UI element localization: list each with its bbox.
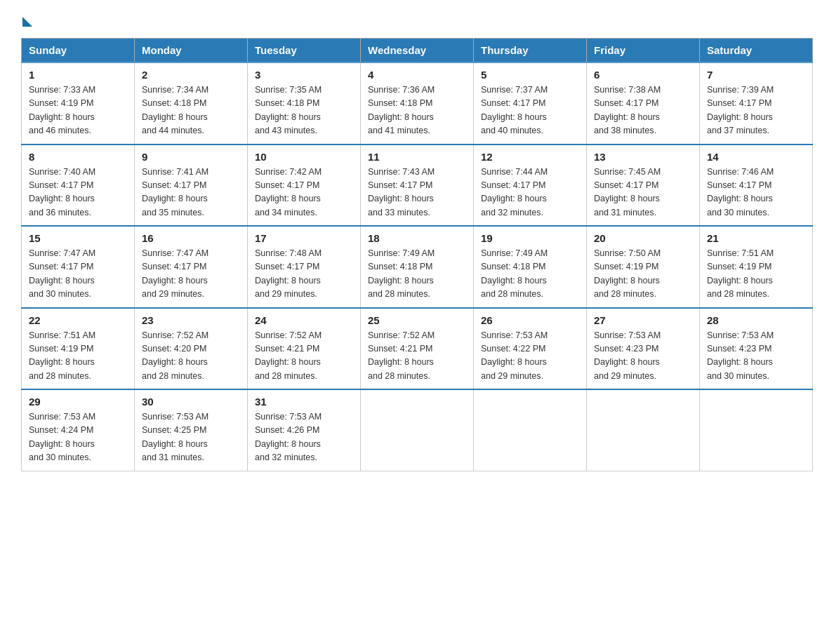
day-info: Sunrise: 7:45 AMSunset: 4:17 PMDaylight:…: [594, 166, 692, 220]
day-info: Sunrise: 7:53 AMSunset: 4:23 PMDaylight:…: [594, 329, 692, 384]
day-number: 11: [368, 151, 466, 163]
day-number: 26: [481, 314, 579, 326]
calendar-cell: 30Sunrise: 7:53 AMSunset: 4:25 PMDayligh…: [135, 389, 248, 471]
calendar-cell: 12Sunrise: 7:44 AMSunset: 4:17 PMDayligh…: [474, 145, 587, 227]
day-info: Sunrise: 7:33 AMSunset: 4:19 PMDaylight:…: [29, 83, 127, 138]
day-info: Sunrise: 7:37 AMSunset: 4:17 PMDaylight:…: [481, 83, 579, 138]
day-info: Sunrise: 7:47 AMSunset: 4:17 PMDaylight:…: [142, 247, 240, 302]
calendar-cell: 31Sunrise: 7:53 AMSunset: 4:26 PMDayligh…: [248, 389, 361, 471]
day-number: 15: [29, 232, 127, 244]
calendar-cell: 9Sunrise: 7:41 AMSunset: 4:17 PMDaylight…: [135, 145, 248, 227]
calendar-cell: [587, 389, 700, 471]
calendar-header-saturday: Saturday: [700, 39, 813, 63]
calendar-cell: 27Sunrise: 7:53 AMSunset: 4:23 PMDayligh…: [587, 308, 700, 390]
calendar-cell: 23Sunrise: 7:52 AMSunset: 4:20 PMDayligh…: [135, 308, 248, 390]
calendar-cell: 28Sunrise: 7:53 AMSunset: 4:23 PMDayligh…: [700, 308, 813, 390]
calendar-week-row: 8Sunrise: 7:40 AMSunset: 4:17 PMDaylight…: [22, 145, 813, 227]
day-number: 4: [368, 69, 466, 81]
calendar-cell: 26Sunrise: 7:53 AMSunset: 4:22 PMDayligh…: [474, 308, 587, 390]
calendar-cell: 24Sunrise: 7:52 AMSunset: 4:21 PMDayligh…: [248, 308, 361, 390]
logo-arrow-icon: [22, 17, 32, 27]
calendar-header-sunday: Sunday: [22, 39, 135, 63]
calendar-cell: 5Sunrise: 7:37 AMSunset: 4:17 PMDaylight…: [474, 62, 587, 145]
day-number: 1: [29, 69, 127, 81]
day-number: 8: [29, 151, 127, 163]
day-number: 29: [29, 396, 127, 408]
day-info: Sunrise: 7:36 AMSunset: 4:18 PMDaylight:…: [368, 83, 466, 138]
day-number: 5: [481, 69, 579, 81]
day-info: Sunrise: 7:53 AMSunset: 4:23 PMDaylight:…: [707, 329, 805, 384]
calendar-cell: 3Sunrise: 7:35 AMSunset: 4:18 PMDaylight…: [248, 62, 361, 145]
day-number: 25: [368, 314, 466, 326]
day-number: 18: [368, 232, 466, 244]
calendar-cell: 13Sunrise: 7:45 AMSunset: 4:17 PMDayligh…: [587, 145, 700, 227]
day-number: 12: [481, 151, 579, 163]
calendar-table: SundayMondayTuesdayWednesdayThursdayFrid…: [21, 38, 813, 471]
day-info: Sunrise: 7:34 AMSunset: 4:18 PMDaylight:…: [142, 83, 240, 138]
day-info: Sunrise: 7:47 AMSunset: 4:17 PMDaylight:…: [29, 247, 127, 302]
calendar-cell: 6Sunrise: 7:38 AMSunset: 4:17 PMDaylight…: [587, 62, 700, 145]
day-info: Sunrise: 7:53 AMSunset: 4:26 PMDaylight:…: [255, 410, 353, 465]
calendar-cell: [474, 389, 587, 471]
day-info: Sunrise: 7:48 AMSunset: 4:17 PMDaylight:…: [255, 247, 353, 302]
calendar-cell: 2Sunrise: 7:34 AMSunset: 4:18 PMDaylight…: [135, 62, 248, 145]
day-number: 2: [142, 69, 240, 81]
calendar-cell: 25Sunrise: 7:52 AMSunset: 4:21 PMDayligh…: [361, 308, 474, 390]
day-info: Sunrise: 7:40 AMSunset: 4:17 PMDaylight:…: [29, 166, 127, 220]
calendar-week-row: 22Sunrise: 7:51 AMSunset: 4:19 PMDayligh…: [22, 308, 813, 390]
calendar-cell: [700, 389, 813, 471]
day-info: Sunrise: 7:35 AMSunset: 4:18 PMDaylight:…: [255, 83, 353, 138]
day-info: Sunrise: 7:51 AMSunset: 4:19 PMDaylight:…: [707, 247, 805, 302]
day-info: Sunrise: 7:53 AMSunset: 4:25 PMDaylight:…: [142, 410, 240, 465]
day-info: Sunrise: 7:39 AMSunset: 4:17 PMDaylight:…: [707, 83, 805, 138]
day-number: 27: [594, 314, 692, 326]
calendar-week-row: 1Sunrise: 7:33 AMSunset: 4:19 PMDaylight…: [22, 62, 813, 145]
calendar-cell: 10Sunrise: 7:42 AMSunset: 4:17 PMDayligh…: [248, 145, 361, 227]
calendar-week-row: 29Sunrise: 7:53 AMSunset: 4:24 PMDayligh…: [22, 389, 813, 471]
day-number: 14: [707, 151, 805, 163]
day-number: 24: [255, 314, 353, 326]
day-info: Sunrise: 7:53 AMSunset: 4:24 PMDaylight:…: [29, 410, 127, 465]
day-number: 17: [255, 232, 353, 244]
calendar-week-row: 15Sunrise: 7:47 AMSunset: 4:17 PMDayligh…: [22, 226, 813, 308]
day-number: 31: [255, 396, 353, 408]
calendar-cell: 15Sunrise: 7:47 AMSunset: 4:17 PMDayligh…: [22, 226, 135, 308]
day-info: Sunrise: 7:44 AMSunset: 4:17 PMDaylight:…: [481, 166, 579, 220]
day-number: 22: [29, 314, 127, 326]
day-number: 9: [142, 151, 240, 163]
day-number: 30: [142, 396, 240, 408]
day-number: 10: [255, 151, 353, 163]
day-number: 13: [594, 151, 692, 163]
day-number: 7: [707, 69, 805, 81]
day-info: Sunrise: 7:41 AMSunset: 4:17 PMDaylight:…: [142, 166, 240, 220]
calendar-cell: 18Sunrise: 7:49 AMSunset: 4:18 PMDayligh…: [361, 226, 474, 308]
calendar-cell: 29Sunrise: 7:53 AMSunset: 4:24 PMDayligh…: [22, 389, 135, 471]
day-info: Sunrise: 7:46 AMSunset: 4:17 PMDaylight:…: [707, 166, 805, 220]
calendar-cell: 4Sunrise: 7:36 AMSunset: 4:18 PMDaylight…: [361, 62, 474, 145]
calendar-header-thursday: Thursday: [474, 39, 587, 63]
day-number: 16: [142, 232, 240, 244]
day-info: Sunrise: 7:52 AMSunset: 4:21 PMDaylight:…: [255, 329, 353, 384]
calendar-header-tuesday: Tuesday: [248, 39, 361, 63]
day-number: 3: [255, 69, 353, 81]
day-info: Sunrise: 7:49 AMSunset: 4:18 PMDaylight:…: [368, 247, 466, 302]
calendar-header-monday: Monday: [135, 39, 248, 63]
day-info: Sunrise: 7:52 AMSunset: 4:21 PMDaylight:…: [368, 329, 466, 384]
calendar-header-row: SundayMondayTuesdayWednesdayThursdayFrid…: [22, 39, 813, 63]
calendar-cell: 7Sunrise: 7:39 AMSunset: 4:17 PMDaylight…: [700, 62, 813, 145]
day-number: 28: [707, 314, 805, 326]
day-info: Sunrise: 7:49 AMSunset: 4:18 PMDaylight:…: [481, 247, 579, 302]
day-number: 6: [594, 69, 692, 81]
calendar-header-wednesday: Wednesday: [361, 39, 474, 63]
calendar-cell: 16Sunrise: 7:47 AMSunset: 4:17 PMDayligh…: [135, 226, 248, 308]
day-number: 21: [707, 232, 805, 244]
calendar-cell: 19Sunrise: 7:49 AMSunset: 4:18 PMDayligh…: [474, 226, 587, 308]
calendar-cell: 17Sunrise: 7:48 AMSunset: 4:17 PMDayligh…: [248, 226, 361, 308]
calendar-cell: 11Sunrise: 7:43 AMSunset: 4:17 PMDayligh…: [361, 145, 474, 227]
calendar-cell: 8Sunrise: 7:40 AMSunset: 4:17 PMDaylight…: [22, 145, 135, 227]
calendar-cell: 21Sunrise: 7:51 AMSunset: 4:19 PMDayligh…: [700, 226, 813, 308]
logo: [21, 14, 32, 24]
calendar-cell: 20Sunrise: 7:50 AMSunset: 4:19 PMDayligh…: [587, 226, 700, 308]
calendar-header-friday: Friday: [587, 39, 700, 63]
day-number: 19: [481, 232, 579, 244]
